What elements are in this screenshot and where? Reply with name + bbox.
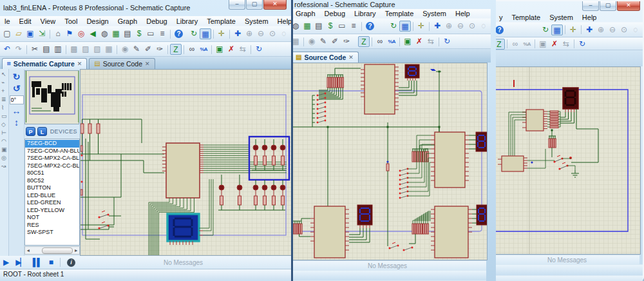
minimize-button[interactable]: – (582, 1, 599, 11)
design-doc-button[interactable]: ▤ (122, 28, 133, 39)
property-assignment-button[interactable]: %A (521, 39, 533, 50)
device-list-item[interactable]: 80C52 (25, 177, 79, 185)
recalculate-button[interactable]: ↻ (441, 36, 453, 47)
menu-file[interactable]: le (0, 17, 15, 26)
make-device-button[interactable]: ✎ (317, 36, 329, 47)
copy-button[interactable]: ▤ (41, 44, 52, 55)
zoom-out-button[interactable]: ⊖ (455, 21, 466, 32)
device-list-item[interactable]: NOT (25, 214, 79, 222)
schematic-canvas[interactable] (289, 63, 488, 260)
cut-button[interactable]: ✂ (29, 44, 41, 55)
rotate-anticlockwise-button[interactable]: ↺ (13, 84, 21, 93)
component-mode-icon[interactable]: ⌁ (0, 79, 8, 86)
step-button[interactable]: ▶▏ (15, 257, 24, 268)
pick-parts-button[interactable]: ◉ (306, 36, 317, 47)
zoom-in-button[interactable]: ⊕ (243, 28, 255, 39)
subcircuit-icon[interactable]: ◇ (0, 121, 8, 128)
origin-button[interactable]: ✛ (415, 21, 427, 32)
menu-system[interactable]: System (240, 17, 273, 26)
block-delete-button[interactable]: ▦ (103, 44, 115, 55)
redraw-button[interactable]: ↻ (188, 28, 200, 39)
menu-design[interactable]: Design (82, 17, 113, 26)
origin-button[interactable]: ✛ (567, 24, 579, 35)
search-tag-button[interactable]: ∞ (509, 39, 521, 50)
zoom-all-button[interactable]: ◌ (278, 28, 290, 39)
pan-button[interactable]: ✚ (232, 28, 243, 39)
menu-graph[interactable]: Graph (291, 9, 320, 18)
origin-button[interactable]: ✛ (216, 28, 227, 39)
zoom-out-button[interactable]: ⊖ (255, 28, 267, 39)
search-tag-button[interactable]: ∞ (374, 36, 386, 47)
help-button[interactable]: ? (366, 22, 374, 30)
zoom-area-button[interactable]: ⊙ (267, 28, 278, 39)
simulate-button[interactable]: ◀ (87, 28, 99, 39)
close-button[interactable]: ✕ (617, 1, 640, 11)
help-button[interactable]: ? (495, 26, 504, 34)
bus-mode-icon[interactable]: ▭ (0, 113, 8, 120)
device-list-item[interactable]: RES (25, 222, 79, 229)
goto-sheet-button[interactable]: ⇆ (237, 44, 249, 55)
device-list-item[interactable]: 7SEG-BCD (25, 140, 79, 148)
toggle-grid-button[interactable]: ▦ (399, 21, 411, 32)
packaging-tool-button[interactable]: ✐ (142, 44, 154, 55)
search-tag-button[interactable]: ∞ (186, 44, 198, 55)
menu-library[interactable]: Library (350, 9, 381, 18)
property-assignment-button[interactable]: %A (198, 44, 209, 55)
remove-sheet-button[interactable]: ✗ (413, 36, 425, 47)
zoom-all-button[interactable]: ◌ (478, 21, 489, 32)
new-sheet-button[interactable]: ▦ (301, 21, 313, 32)
tab-close-icon[interactable]: ✕ (77, 61, 82, 67)
remove-sheet-button[interactable]: ✗ (549, 39, 560, 50)
menu-library[interactable]: Library (172, 17, 203, 26)
new-project-button[interactable]: ▢ (1, 28, 13, 39)
device-list-item[interactable]: LED-BLUE (25, 192, 79, 200)
zoom-all-button[interactable]: ◌ (630, 24, 641, 35)
rotate-clockwise-button[interactable]: ↻ (13, 72, 21, 82)
pin-icon[interactable]: ◠ (0, 138, 8, 145)
design-doc-button[interactable]: ▤ (313, 21, 325, 32)
schematic-capture-button[interactable]: ⚑ (64, 28, 75, 39)
packaging-tool-button[interactable]: ✐ (329, 36, 341, 47)
device-list-item[interactable]: 7SEG-MPX2-CA-BLUE (25, 155, 79, 162)
pan-button[interactable]: ✚ (583, 24, 595, 35)
block-move-button[interactable]: ▨ (80, 44, 91, 55)
device-list-item[interactable]: SW-SPST (25, 229, 79, 237)
import-project-button[interactable]: ⇲ (36, 28, 48, 39)
maximize-button[interactable]: ▢ (246, 0, 263, 10)
menu-debug[interactable]: Debug (320, 9, 350, 18)
pick-devices-button[interactable]: P (26, 127, 35, 136)
device-list-item[interactable]: LED-YELLOW (25, 207, 79, 215)
graph-mode-icon[interactable]: ▣ (0, 146, 8, 153)
remove-sheet-button[interactable]: ✗ (225, 44, 237, 55)
menu-system[interactable]: System (418, 9, 451, 18)
menu-tool[interactable]: Tool (60, 17, 82, 26)
device-list-item[interactable]: BUTTON (25, 184, 79, 192)
mirror-vertical-button[interactable]: ↕ (14, 118, 19, 128)
menu-template[interactable]: Template (381, 9, 419, 18)
decompose-button[interactable]: ✑ (154, 44, 166, 55)
block-copy-button[interactable]: ▩ (68, 44, 80, 55)
pcb-layout-button[interactable]: ◎ (75, 28, 87, 39)
new-root-sheet-button[interactable]: ▣ (537, 39, 549, 50)
menu-template[interactable]: Template (507, 13, 545, 22)
goto-sheet-button[interactable]: ⇆ (560, 39, 572, 50)
tab-schematic-capture[interactable]: ⌗ Schematic Capture ✕ (2, 58, 87, 69)
scroll-left-icon[interactable]: ◄ (25, 248, 32, 253)
text-script-icon[interactable]: ⌇ (0, 104, 8, 111)
block-rotate-button[interactable]: ▧ (91, 44, 103, 55)
scrollbar-thumb[interactable] (42, 247, 73, 254)
menu-debug[interactable]: Debug (142, 17, 171, 26)
overview-minimap[interactable] (24, 70, 79, 124)
zoom-area-button[interactable]: ⊙ (466, 21, 478, 32)
electrical-rule-check-button[interactable]: ▭ (145, 28, 156, 39)
menu-help[interactable]: Help (451, 9, 475, 18)
decompose-button[interactable]: ✑ (341, 36, 352, 47)
simulation-log-button[interactable]: i (67, 258, 75, 267)
library-manager-button[interactable]: L (37, 127, 47, 136)
tab-source-code[interactable]: ▤ Source Code ✕ (290, 52, 359, 63)
device-list-item[interactable]: 7SEG-COM-AN-BLUE (25, 148, 79, 155)
toggle-grid-button[interactable]: ▦ (200, 28, 211, 39)
tab-close-icon[interactable]: ✕ (348, 54, 354, 61)
tab-source-code[interactable]: ▤ Source Code ✕ (89, 58, 155, 69)
recalculate-button[interactable]: ↻ (576, 39, 588, 50)
